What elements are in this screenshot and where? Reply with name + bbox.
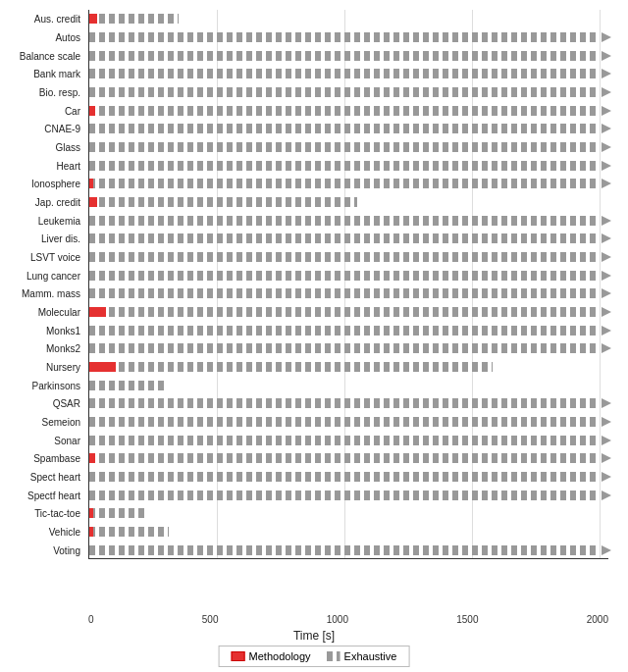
exhaustive-bar: [89, 453, 600, 463]
bar-row: [89, 507, 600, 519]
y-label: CNAE-9: [44, 124, 80, 134]
overflow-arrow: [602, 326, 611, 336]
overflow-arrow: [602, 124, 611, 133]
y-label: Liver dis.: [41, 233, 80, 244]
overflow-arrow: [602, 216, 611, 226]
exhaustive-bar: [89, 51, 600, 61]
bar-row: [89, 251, 600, 263]
legend-color-red: [232, 651, 245, 661]
exhaustive-bar: [89, 252, 600, 262]
exhaustive-bar: [89, 179, 600, 188]
exhaustive-bar: [89, 233, 600, 243]
bar-row: [89, 13, 600, 25]
y-label: Glass: [55, 142, 80, 153]
y-label: Lung cancer: [26, 270, 80, 281]
y-axis-labels: Aus. creditAutosBalance scaleBank markBi…: [0, 0, 86, 549]
x-axis-labels: 0500100015002000: [88, 614, 608, 625]
overflow-arrow: [602, 436, 611, 445]
bar-row: [89, 435, 600, 446]
overflow-arrow: [602, 69, 611, 78]
overflow-arrow: [602, 307, 611, 317]
methodology-bar: [89, 362, 116, 372]
y-label: Heart: [57, 160, 80, 171]
overflow-arrow: [602, 32, 611, 42]
x-tick-label: 1500: [456, 614, 478, 625]
overflow-arrow: [602, 417, 611, 427]
exhaustive-bar: [89, 271, 600, 281]
exhaustive-bar: [89, 14, 179, 24]
exhaustive-bar: [89, 545, 600, 555]
methodology-bar: [89, 14, 97, 24]
overflow-arrow: [602, 51, 611, 61]
exhaustive-bar: [89, 197, 357, 207]
y-label: Nursery: [46, 362, 80, 373]
bar-row: [89, 452, 600, 464]
bar-row: [89, 123, 600, 134]
x-tick-label: 2000: [587, 614, 608, 625]
grid-line: [600, 10, 601, 558]
y-label: Monks2: [46, 343, 80, 354]
bar-row: [89, 544, 600, 556]
y-label: Voting: [53, 544, 80, 555]
y-label: QSAR: [53, 398, 80, 409]
exhaustive-bar: [89, 106, 600, 116]
overflow-arrow: [602, 179, 611, 188]
y-label: Bank mark: [33, 69, 80, 79]
exhaustive-bar: [89, 398, 600, 408]
bar-row: [89, 306, 600, 318]
bar-row: [89, 416, 600, 428]
exhaustive-bar: [89, 362, 493, 372]
bar-row: [89, 342, 600, 354]
exhaustive-bar: [89, 417, 600, 427]
exhaustive-bar: [89, 472, 600, 482]
y-label: Semeion: [42, 417, 80, 428]
exhaustive-bar: [89, 142, 600, 152]
overflow-arrow: [602, 106, 611, 116]
bar-row: [89, 233, 600, 244]
x-tick-label: 500: [202, 614, 219, 625]
bar-row: [89, 68, 600, 79]
overflow-arrow: [602, 491, 611, 500]
exhaustive-bar: [89, 436, 600, 445]
bar-row: [89, 86, 600, 98]
bar-row: [89, 160, 600, 172]
y-label: Vehicle: [49, 527, 80, 538]
y-label: Aus. credit: [34, 14, 80, 25]
bar-row: [89, 361, 600, 373]
bar-row: [89, 526, 600, 538]
overflow-arrow: [602, 87, 611, 97]
exhaustive-bar: [89, 307, 600, 317]
overflow-arrow: [602, 233, 611, 243]
y-label: Sonar: [54, 435, 80, 445]
legend-color-gray: [327, 651, 340, 661]
x-tick-label: 0: [88, 614, 94, 625]
bar-row: [89, 105, 600, 117]
overflow-arrow: [602, 472, 611, 482]
overflow-arrow: [602, 161, 611, 171]
bar-row: [89, 215, 600, 227]
y-label: Ionosphere: [31, 179, 80, 189]
x-axis-title: Time [s]: [0, 629, 628, 643]
overflow-arrow: [602, 453, 611, 463]
legend-label-exhaustive: Exhaustive: [344, 650, 397, 662]
bar-row: [89, 490, 600, 501]
legend-item-methodology: Methodology: [232, 650, 311, 662]
x-tick-label: 1000: [327, 614, 348, 625]
overflow-arrow: [602, 142, 611, 152]
legend: Methodology Exhaustive: [219, 646, 410, 667]
bar-row: [89, 196, 600, 208]
overflow-arrow: [602, 398, 611, 408]
y-label: Spectf heart: [27, 490, 80, 500]
bar-row: [89, 471, 600, 483]
exhaustive-bar: [89, 381, 166, 390]
y-label: Spambase: [33, 453, 80, 464]
exhaustive-bar: [89, 326, 600, 336]
exhaustive-bar: [89, 527, 169, 537]
y-label: Bio. resp.: [39, 87, 80, 98]
exhaustive-bar: [89, 87, 600, 97]
exhaustive-bar: [89, 216, 600, 226]
y-label: Molecular: [38, 307, 80, 318]
exhaustive-bar: [89, 508, 148, 518]
y-label: Parkinsons: [32, 380, 80, 390]
exhaustive-bar: [89, 124, 600, 133]
